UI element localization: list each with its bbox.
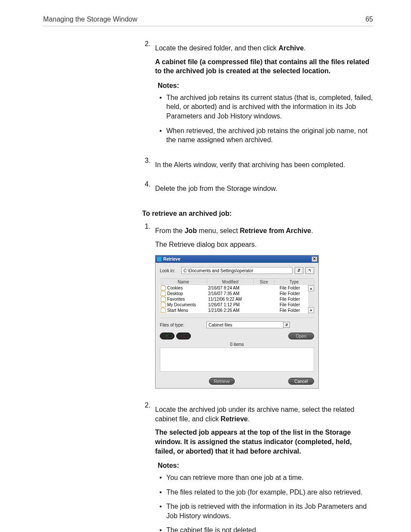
folder-icon	[161, 303, 166, 307]
header-title: Managing the Storage Window	[43, 16, 137, 23]
close-button[interactable]: ✕	[311, 256, 318, 262]
notes-label: Notes:	[158, 462, 373, 470]
items-count-label: 0 items	[160, 342, 314, 347]
scroll-up-button[interactable]: ▲	[308, 285, 314, 291]
list-item: 2. Locate the desired folder, and then c…	[142, 40, 373, 150]
app-icon	[157, 257, 162, 261]
file-row[interactable]: My Documents 1/26/07 1:12 PM File Folder	[160, 302, 308, 308]
cancel-button[interactable]: Cancel	[288, 378, 314, 385]
up-one-level-button[interactable]: ↰	[305, 267, 314, 274]
step-text: In the Alerts window, verify that archiv…	[155, 160, 373, 170]
file-row[interactable]: Desktop 2/16/07 7:35 AM File Folder	[160, 291, 308, 296]
note-item: When retrieved, the archived job retains…	[158, 126, 373, 145]
chevron-down-icon: ⇵	[285, 323, 288, 327]
step-text: Locate the archived job under its archiv…	[155, 405, 373, 423]
scroll-down-button[interactable]: ▼	[308, 307, 314, 313]
file-list: Name Modified Size Type Cookies	[160, 278, 314, 313]
retrieve-dialog: Retrieve ✕ Look in: C:\Documents and Set…	[155, 255, 319, 389]
step-result: The selected job appears at the top of t…	[155, 428, 373, 456]
remove-button[interactable]: −	[176, 333, 191, 339]
retrieve-button[interactable]: Retrieve	[209, 378, 235, 385]
look-in-label: Look in:	[160, 268, 181, 273]
list-number: 2.	[142, 40, 155, 150]
step-text: From the Job menu, select Retrieve from …	[155, 226, 373, 236]
folder-icon	[161, 292, 166, 296]
column-modified[interactable]: Modified	[207, 279, 254, 285]
chevron-up-icon: ▲	[310, 287, 313, 290]
close-icon: ✕	[313, 257, 316, 261]
file-row[interactable]: Favorites 11/12/06 9:22 AM File Folder	[160, 296, 308, 302]
look-in-field[interactable]: C:\Documents and Settings\operator	[181, 267, 293, 274]
chevron-down-icon: ▼	[310, 309, 313, 312]
file-row[interactable]: Start Menu 1/21/06 2:26 AM File Folder	[160, 308, 308, 313]
folder-icon	[161, 308, 166, 313]
files-of-type-dropdown[interactable]: ⇵	[283, 322, 290, 328]
dialog-title: Retrieve	[163, 257, 180, 261]
minus-icon: −	[182, 334, 184, 338]
list-item: 4. Delete the job from the Storage windo…	[142, 180, 373, 198]
step-text: Locate the desired folder, and then clic…	[155, 44, 373, 53]
list-number: 4.	[142, 180, 155, 198]
plus-icon: +	[166, 334, 168, 338]
dialog-titlebar: Retrieve ✕	[156, 255, 318, 263]
list-number: 3.	[142, 157, 155, 174]
column-type[interactable]: Type	[274, 279, 314, 285]
step-text: Delete the job from the Storage window.	[155, 184, 373, 193]
note-item: The files related to the job (for exampl…	[158, 488, 373, 497]
step-result: A cabinet file (a compressed file) that …	[155, 57, 373, 76]
note-item: The job is retrieved with the informatio…	[158, 502, 373, 520]
list-number: 2.	[142, 401, 155, 532]
open-button[interactable]: Open	[288, 333, 314, 339]
list-item: 1. From the Job menu, select Retrieve fr…	[142, 223, 373, 395]
folder-icon	[161, 297, 166, 302]
note-item: The cabinet file is not deleted.	[158, 526, 373, 532]
add-button[interactable]: +	[160, 333, 174, 339]
running-header: Managing the Storage Window 65	[43, 16, 373, 26]
selected-items-list[interactable]	[160, 348, 314, 372]
note-item: The archived job retains its current sta…	[158, 93, 373, 121]
column-name[interactable]: Name	[160, 279, 207, 285]
note-item: You can retrieve more than one job at a …	[158, 473, 373, 482]
notes-label: Notes:	[158, 82, 373, 90]
step-result: The Retrieve dialog box appears.	[155, 240, 373, 249]
up-icon: ↰	[308, 268, 311, 273]
files-of-type-select[interactable]: Cabinet files	[206, 321, 283, 328]
file-list-scrollbar[interactable]: ▲ ▼	[308, 285, 314, 313]
file-list-header: Name Modified Size Type	[160, 279, 314, 285]
page-number: 65	[365, 16, 373, 23]
folder-icon	[161, 286, 166, 290]
files-of-type-label: Files of type:	[160, 323, 189, 327]
sort-button[interactable]: ⇵	[295, 267, 303, 274]
column-size[interactable]: Size	[254, 279, 274, 285]
file-row[interactable]: Cookies 2/16/07 8:24 AM File Folder	[160, 285, 308, 291]
procedure-heading: To retrieve an archived job:	[142, 210, 373, 218]
sort-icon: ⇵	[297, 268, 301, 273]
list-item: 2. Locate the archived job under its arc…	[142, 401, 373, 532]
list-item: 3. In the Alerts window, verify that arc…	[142, 157, 373, 174]
list-number: 1.	[142, 223, 155, 395]
